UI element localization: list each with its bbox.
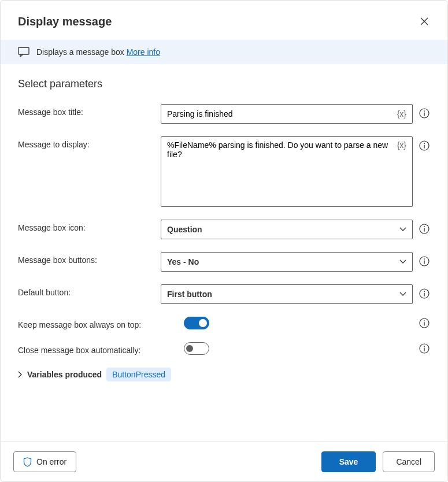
svg-rect-0 [18,47,29,54]
chevron-right-icon [18,371,23,378]
default-button-select[interactable]: First button [161,284,413,304]
info-bar-text: Displays a message box More info [36,47,160,57]
save-label: Save [339,457,358,466]
close-button[interactable] [415,12,434,31]
close-icon [420,17,428,25]
field-label: Message box icon: [18,220,154,232]
svg-rect-9 [424,228,424,232]
variables-produced-label: Variables produced [27,370,102,379]
save-button[interactable]: Save [321,451,376,472]
field-always-on-top: Keep message box always on top: [18,317,430,329]
variable-pill[interactable]: ButtonPressed [106,368,171,381]
on-error-label: On error [36,457,66,466]
chevron-down-icon [399,259,406,264]
dialog-title: Display message [18,15,112,28]
svg-point-5 [424,143,425,144]
field-label: Keep message box always on top: [18,317,177,329]
select-value: First button [167,290,212,299]
info-icon[interactable] [419,343,430,354]
info-icon[interactable] [419,255,430,267]
display-message-dialog: Display message Displays a message box M… [0,0,448,482]
field-label: Message to display: [18,136,154,149]
svg-point-8 [424,226,425,227]
field-message-box-title: Message box title: {x} [18,104,430,124]
svg-point-11 [424,258,425,259]
insert-variable-button[interactable]: {x} [397,109,406,118]
message-box-icon [18,47,29,57]
message-to-display-input-wrapper: {x} [161,136,413,207]
variables-expand-toggle[interactable] [18,371,23,378]
chevron-down-icon [399,292,406,296]
field-label: Default button: [18,284,154,297]
svg-rect-15 [424,293,424,296]
info-icon[interactable] [419,140,430,151]
svg-rect-21 [424,348,424,351]
message-box-icon-select[interactable]: Question [161,220,413,239]
svg-point-2 [424,110,425,112]
dialog-header: Display message [1,1,447,40]
toggle-thumb [199,319,207,327]
svg-point-17 [424,320,425,321]
toggle-thumb [186,345,193,352]
svg-rect-18 [424,322,424,326]
svg-point-14 [424,291,425,292]
info-icon[interactable] [419,223,430,235]
field-message-box-icon: Message box icon: Question [18,220,430,239]
close-automatically-toggle[interactable] [184,342,209,355]
shield-icon [23,457,32,467]
field-label: Close message box automatically: [18,342,177,355]
field-label: Message box title: [18,104,154,117]
field-message-box-buttons: Message box buttons: Yes - No [18,252,430,272]
message-box-title-input[interactable] [167,109,397,118]
svg-rect-6 [424,145,424,149]
field-close-automatically: Close message box automatically: [18,342,430,355]
always-on-top-toggle[interactable] [184,317,209,329]
select-value: Yes - No [167,257,199,266]
insert-variable-button[interactable]: {x} [397,140,406,150]
info-bar: Displays a message box More info [1,40,447,64]
variables-produced-row: Variables produced ButtonPressed [18,368,430,381]
dialog-footer: On error Save Cancel [1,442,447,481]
select-value: Question [167,225,202,234]
field-label: Message box buttons: [18,252,154,265]
cancel-button[interactable]: Cancel [383,451,435,472]
svg-rect-3 [424,113,424,116]
message-box-title-input-wrapper: {x} [161,104,413,124]
svg-rect-12 [424,261,424,264]
cancel-label: Cancel [396,457,421,466]
field-default-button: Default button: First button [18,284,430,304]
on-error-button[interactable]: On error [13,451,76,472]
section-title: Select parameters [18,78,430,90]
info-icon[interactable] [419,317,430,329]
more-info-link[interactable]: More info [127,47,160,57]
info-icon[interactable] [419,288,430,299]
info-icon[interactable] [419,107,430,119]
chevron-down-icon [399,227,406,232]
info-bar-description: Displays a message box [36,47,127,57]
svg-point-20 [424,346,425,347]
dialog-content: Select parameters Message box title: {x}… [1,64,447,442]
field-message-to-display: Message to display: {x} [18,136,430,207]
message-box-buttons-select[interactable]: Yes - No [161,252,413,272]
message-to-display-input[interactable] [167,140,393,203]
